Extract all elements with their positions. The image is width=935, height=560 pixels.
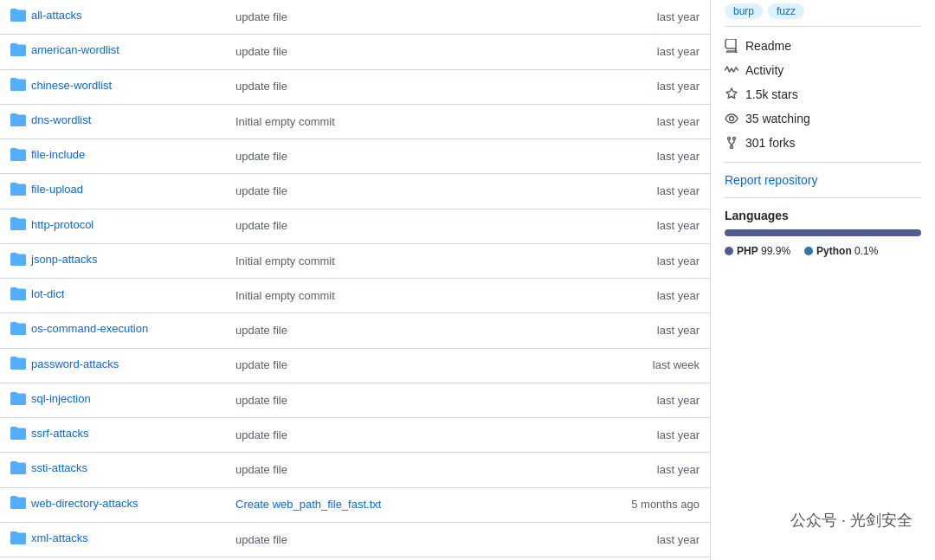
folder-link[interactable]: chinese-wordlist — [10, 77, 112, 94]
folder-link[interactable]: ssti-attacks — [10, 460, 87, 477]
file-name: file-include — [31, 146, 85, 164]
commit-time: last year — [597, 209, 710, 243]
table-row: ssti-attacks update filelast year — [0, 453, 710, 487]
folder-link[interactable]: jsonp-attacks — [10, 251, 98, 268]
commit-message: update file — [225, 174, 597, 209]
python-dot — [804, 247, 813, 255]
svg-point-0 — [730, 117, 734, 121]
folder-link[interactable]: all-attacks — [10, 7, 82, 24]
file-table: all-attacks update filelast year america… — [0, 0, 710, 560]
folder-link[interactable]: http-protocol — [10, 216, 94, 234]
folder-link[interactable]: american-wordlist — [10, 42, 119, 59]
commit-time: last year — [597, 139, 710, 174]
php-bar-segment — [725, 229, 921, 236]
folder-link[interactable]: sql-injection — [10, 390, 91, 408]
language-legend: PHP 99.9% Python 0.1% — [725, 245, 921, 257]
table-row: chinese-wordlist update filelast year — [0, 69, 710, 104]
table-row: sql-injection update filelast year — [0, 383, 710, 417]
file-name: jsonp-attacks — [31, 251, 98, 268]
sidebar-divider-3 — [725, 197, 921, 198]
table-row: xss-attacks update filelast year — [0, 557, 710, 561]
star-icon — [725, 87, 738, 101]
readme-item[interactable]: Readme — [725, 34, 921, 58]
folder-link[interactable]: lot-dict — [10, 286, 64, 303]
table-row: jsonp-attacks Initial empty commitlast y… — [0, 243, 710, 278]
commit-message: Initial empty commit — [225, 104, 597, 138]
table-row: american-wordlist update filelast year — [0, 35, 710, 69]
php-legend-item: PHP 99.9% — [725, 245, 790, 257]
readme-label: Readme — [745, 39, 791, 53]
python-legend-item: Python 0.1% — [804, 245, 878, 257]
folder-link[interactable]: file-include — [10, 146, 85, 164]
table-row: password-attacks update filelast week — [0, 348, 710, 383]
commit-time: last year — [597, 174, 710, 209]
report-link[interactable]: Report repository — [725, 170, 921, 190]
commit-message: update file — [225, 209, 597, 243]
commit-time: last year — [597, 0, 710, 35]
commit-message: update file — [225, 313, 597, 348]
forks-item[interactable]: 301 forks — [725, 131, 921, 155]
table-row: os-command-execution update filelast yea… — [0, 313, 710, 348]
commit-time: last year — [597, 35, 710, 69]
commit-time: 5 months ago — [597, 487, 710, 522]
sidebar-divider-2 — [725, 162, 921, 163]
watching-label: 35 watching — [745, 112, 810, 126]
table-row: lot-dict Initial empty commitlast year — [0, 279, 710, 313]
commit-message: update file — [225, 139, 597, 174]
eye-icon — [725, 112, 738, 126]
table-row: file-include update filelast year — [0, 139, 710, 174]
commit-time: last year — [597, 279, 710, 313]
python-label: Python 0.1% — [816, 245, 878, 257]
sidebar: burpfuzz Readme Activity 1.5k stars 35 w… — [710, 0, 935, 560]
file-name: american-wordlist — [31, 42, 119, 59]
fork-icon — [725, 136, 738, 150]
watching-item[interactable]: 35 watching — [725, 106, 921, 131]
stars-item[interactable]: 1.5k stars — [725, 82, 921, 106]
book-icon — [725, 39, 738, 53]
folder-link[interactable]: ssrf-attacks — [10, 425, 88, 442]
commit-time: last year — [597, 243, 710, 278]
commit-time: last year — [597, 453, 710, 487]
folder-link[interactable]: xml-attacks — [10, 530, 88, 547]
file-name: xml-attacks — [31, 530, 88, 547]
commit-message: update file — [225, 35, 597, 69]
commit-message: update file — [225, 522, 597, 557]
commit-message: update file — [225, 453, 597, 487]
activity-label: Activity — [745, 63, 783, 77]
commit-time: last year — [597, 522, 710, 557]
commit-message: update file — [225, 69, 597, 104]
tag-item[interactable]: fuzz — [768, 3, 804, 19]
file-name: sql-injection — [31, 390, 91, 408]
commit-time: last year — [597, 418, 710, 453]
table-row: http-protocol update filelast year — [0, 209, 710, 243]
commit-time: last year — [597, 69, 710, 104]
folder-link[interactable]: file-upload — [10, 181, 83, 198]
folder-link[interactable]: dns-wordlist — [10, 112, 91, 129]
file-name: ssrf-attacks — [31, 425, 88, 442]
commit-time: last week — [597, 348, 710, 383]
php-dot — [725, 247, 733, 255]
file-name: lot-dict — [31, 286, 64, 303]
activity-icon — [725, 63, 738, 77]
commit-time: last year — [597, 383, 710, 417]
table-row: all-attacks update filelast year — [0, 0, 710, 35]
commit-message: Initial empty commit — [225, 243, 597, 278]
table-row: xml-attacks update filelast year — [0, 522, 710, 557]
languages-title: Languages — [725, 209, 921, 222]
file-name: os-command-execution — [31, 320, 148, 338]
commit-time: last year — [597, 104, 710, 138]
tag-item[interactable]: burp — [725, 3, 763, 19]
sidebar-divider — [725, 26, 921, 27]
forks-label: 301 forks — [745, 136, 796, 150]
language-bar — [725, 229, 921, 236]
folder-link[interactable]: web-directory-attacks — [10, 495, 139, 512]
commit-message: update file — [225, 348, 597, 383]
table-row: dns-wordlist Initial empty commitlast ye… — [0, 104, 710, 138]
commit-message: update file — [225, 418, 597, 453]
activity-item[interactable]: Activity — [725, 58, 921, 82]
folder-link[interactable]: password-attacks — [10, 356, 119, 373]
php-label: PHP 99.9% — [737, 245, 790, 257]
file-name: password-attacks — [31, 356, 119, 373]
folder-link[interactable]: os-command-execution — [10, 320, 148, 338]
stars-label: 1.5k stars — [745, 87, 798, 101]
